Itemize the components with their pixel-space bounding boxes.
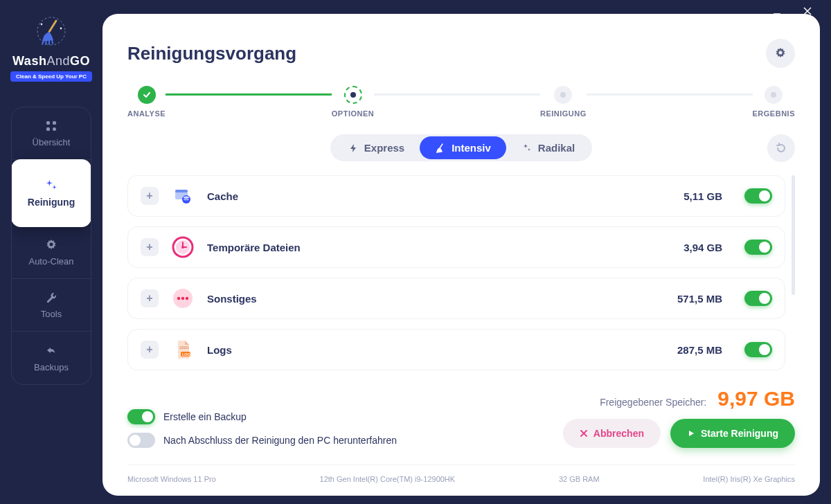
expand-button[interactable]: + — [141, 238, 159, 256]
category-row: +Cache5,11 GB — [127, 175, 785, 217]
svg-point-23 — [186, 297, 188, 300]
brand-tagline: Clean & Speed Up Your PC — [10, 71, 92, 82]
nav-item-autoclean[interactable]: Auto-Clean — [12, 226, 91, 279]
sysinfo-gpu: Intel(R) Iris(R) Xe Graphics — [703, 475, 795, 483]
toggle-shutdown[interactable] — [127, 433, 155, 448]
svg-text:LOG: LOG — [182, 352, 190, 357]
step-result: ERGEBNIS — [753, 86, 795, 118]
category-name: Cache — [207, 190, 671, 202]
svg-text:10101: 10101 — [179, 345, 189, 350]
temp-icon — [171, 235, 195, 259]
category-size: 287,5 MB — [677, 344, 722, 356]
category-row: +10101LOGLogs287,5 MB — [127, 329, 785, 370]
svg-point-21 — [177, 297, 180, 300]
freed-value: 9,97 GB — [717, 387, 795, 411]
cache-icon — [171, 184, 195, 208]
svg-rect-6 — [46, 127, 50, 131]
gear-icon — [774, 47, 787, 60]
nav-item-cleaning[interactable]: Reinigung — [11, 159, 91, 227]
svg-rect-5 — [53, 121, 56, 125]
check-icon — [143, 91, 151, 99]
broom-icon — [34, 14, 69, 48]
svg-point-3 — [37, 17, 65, 45]
toggle-backup[interactable] — [127, 409, 155, 424]
svg-point-22 — [181, 297, 184, 300]
minimize-button[interactable] — [770, 4, 784, 18]
svg-point-13 — [184, 197, 189, 199]
expand-button[interactable]: + — [141, 341, 159, 359]
category-name: Sonstiges — [207, 293, 665, 305]
step-cleaning: REINIGUNG — [540, 86, 587, 118]
sysinfo-cpu: 12th Gen Intel(R) Core(TM) i9-12900HK — [320, 475, 456, 483]
sparkle-icon — [44, 179, 58, 192]
page-title: Reinigungsvorgang — [127, 43, 296, 64]
nav-item-tools[interactable]: Tools — [12, 279, 91, 332]
close-button[interactable] — [801, 4, 814, 18]
category-name: Logs — [207, 344, 665, 356]
wrench-icon — [44, 291, 58, 305]
play-icon — [687, 429, 695, 438]
category-size: 5,11 GB — [683, 190, 722, 202]
broom-small-icon — [435, 143, 446, 154]
cancel-button[interactable]: Abbrechen — [563, 419, 661, 448]
category-name: Temporäre Dateien — [207, 242, 671, 253]
reset-button[interactable] — [767, 134, 795, 162]
sysinfo-os: Microsoft Windows 11 Pro — [127, 475, 216, 483]
logs-icon: 10101LOG — [171, 338, 195, 361]
svg-point-8 — [50, 243, 53, 246]
category-toggle[interactable] — [744, 291, 772, 306]
sidebar: WashAndGO Clean & Speed Up Your PC Übers… — [0, 0, 102, 504]
category-size: 571,5 MB — [677, 293, 722, 305]
nav: Übersicht Reinigung Auto-Clean Tools Bac… — [11, 107, 91, 385]
svg-rect-11 — [175, 190, 188, 192]
step-analyse: ANALYSE — [127, 86, 166, 118]
close-icon — [580, 429, 588, 438]
freed-label: Freigegebener Speicher: — [600, 397, 706, 408]
mode-tab-radikal[interactable]: Radikal — [506, 136, 590, 159]
undo-icon — [775, 142, 787, 154]
category-list: +Cache5,11 GB+Temporäre Dateien3,94 GB+S… — [127, 175, 795, 375]
bolt-icon — [348, 143, 359, 154]
grid-icon — [44, 119, 58, 133]
start-button[interactable]: Starte Reinigung — [670, 419, 795, 448]
category-toggle[interactable] — [744, 240, 772, 255]
mode-tabs: Express Intensiv Radikal — [330, 134, 592, 161]
sparkles-icon — [521, 143, 533, 154]
backup-label: Erstelle ein Backup — [163, 411, 247, 422]
undo-icon — [44, 344, 58, 358]
category-size: 3,94 GB — [683, 242, 722, 253]
other-icon — [171, 287, 195, 310]
svg-rect-4 — [46, 121, 50, 125]
progress-stepper: ANALYSE OPTIONEN REINIGUNG ERGEBNIS — [127, 86, 795, 118]
category-row: +Temporäre Dateien3,94 GB — [127, 226, 785, 268]
expand-button[interactable]: + — [141, 187, 159, 205]
step-options: OPTIONEN — [332, 86, 374, 118]
category-toggle[interactable] — [744, 342, 772, 357]
svg-point-9 — [779, 51, 783, 55]
brand-name: WashAndGO — [12, 54, 90, 69]
app-logo: WashAndGO Clean & Speed Up Your PC — [10, 14, 92, 82]
category-toggle[interactable] — [744, 188, 772, 204]
system-info-bar: Microsoft Windows 11 Pro 12th Gen Intel(… — [127, 465, 795, 483]
main-panel: Reinigungsvorgang ANALYSE OPTIONEN REINI… — [102, 14, 820, 496]
scrollbar[interactable] — [792, 175, 795, 295]
svg-point-7 — [53, 127, 56, 131]
nav-item-overview[interactable]: Übersicht — [12, 107, 91, 160]
mode-tab-intensiv[interactable]: Intensiv — [420, 136, 506, 159]
sysinfo-ram: 32 GB RAM — [559, 475, 600, 483]
svg-point-14 — [184, 199, 189, 201]
shutdown-label: Nach Abschluss der Reinigung den PC heru… — [163, 435, 397, 446]
gear-icon — [44, 238, 58, 252]
settings-button[interactable] — [766, 39, 795, 68]
expand-button[interactable]: + — [141, 289, 159, 307]
nav-item-backups[interactable]: Backups — [12, 332, 91, 384]
mode-tab-express[interactable]: Express — [332, 136, 420, 159]
svg-point-19 — [181, 246, 184, 249]
category-row: +Sonstiges571,5 MB — [127, 278, 785, 319]
